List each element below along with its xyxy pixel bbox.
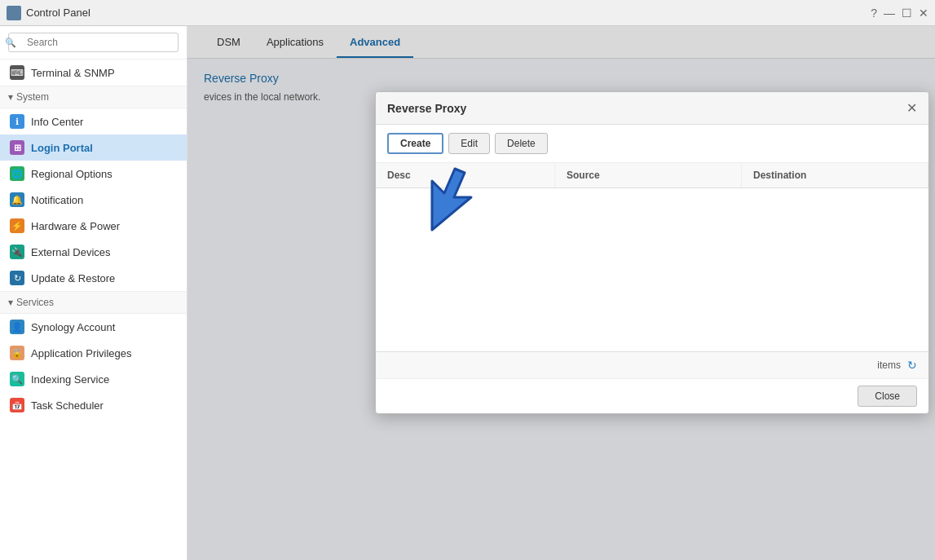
reverse-proxy-dialog: Reverse Proxy ✕ Create Edit Delete Desc … bbox=[375, 91, 929, 414]
sidebar-terminal-label: Terminal & SNMP bbox=[31, 67, 115, 79]
section-system-label: System bbox=[16, 91, 49, 103]
items-label: items bbox=[877, 359, 901, 371]
sidebar-item-hardware-power[interactable]: ⚡ Hardware & Power bbox=[0, 213, 187, 239]
application-privileges-icon: 🔒 bbox=[10, 346, 24, 360]
titlebar-left: Control Panel bbox=[7, 6, 90, 20]
collapse-icon: ▾ bbox=[8, 91, 13, 103]
sidebar-item-regional-options[interactable]: 🌐 Regional Options bbox=[0, 161, 187, 187]
dialog-footer: items ↻ bbox=[376, 351, 928, 378]
dialog-title: Reverse Proxy bbox=[387, 102, 466, 115]
terminal-icon: ⌨ bbox=[10, 65, 24, 80]
hardware-power-label: Hardware & Power bbox=[31, 220, 120, 232]
edit-button[interactable]: Edit bbox=[448, 133, 490, 154]
search-input[interactable] bbox=[8, 33, 179, 52]
external-devices-label: External Devices bbox=[31, 246, 111, 258]
col-header-description: Desc bbox=[376, 163, 555, 187]
update-restore-label: Update & Restore bbox=[31, 272, 115, 284]
dialog-actions: Close bbox=[376, 378, 928, 413]
dialog-toolbar: Create Edit Delete bbox=[376, 125, 928, 163]
col-header-source: Source bbox=[555, 163, 742, 187]
content-area: DSM Applications Advanced Reverse Proxy … bbox=[187, 26, 935, 560]
notification-icon: 🔔 bbox=[10, 192, 24, 207]
login-portal-icon: ⊞ bbox=[10, 140, 24, 155]
search-container bbox=[0, 26, 187, 60]
help-icon[interactable]: ? bbox=[871, 7, 877, 20]
sidebar-item-info-center[interactable]: ℹ Info Center bbox=[0, 108, 187, 134]
task-scheduler-label: Task Scheduler bbox=[31, 399, 104, 412]
info-center-label: Info Center bbox=[31, 116, 83, 128]
sidebar-item-application-privileges[interactable]: 🔒 Application Privileges bbox=[0, 340, 187, 366]
app-icon bbox=[7, 6, 21, 20]
sidebar-section-services[interactable]: ▾ Services bbox=[0, 291, 187, 314]
sidebar-section-system[interactable]: ▾ System bbox=[0, 86, 187, 108]
close-button[interactable]: Close bbox=[858, 386, 917, 407]
collapse-services-icon: ▾ bbox=[8, 297, 13, 308]
sidebar-item-external-devices[interactable]: 🔌 External Devices bbox=[0, 239, 187, 265]
hardware-power-icon: ⚡ bbox=[10, 218, 24, 233]
close-icon[interactable]: ✕ bbox=[919, 7, 928, 20]
create-button[interactable]: Create bbox=[387, 133, 443, 154]
titlebar: Control Panel ? — ☐ ✕ bbox=[0, 0, 935, 26]
login-portal-label: Login Portal bbox=[31, 142, 93, 154]
table-body bbox=[376, 188, 928, 351]
minimize-icon[interactable]: — bbox=[884, 7, 895, 20]
col-header-destination: Destination bbox=[742, 163, 928, 187]
maximize-icon[interactable]: ☐ bbox=[902, 7, 912, 20]
synology-account-label: Synology Account bbox=[31, 321, 115, 333]
regional-options-icon: 🌐 bbox=[10, 166, 24, 181]
info-center-icon: ℹ bbox=[10, 114, 24, 129]
synology-account-icon: 👤 bbox=[10, 320, 24, 334]
sidebar-item-update-restore[interactable]: ↻ Update & Restore bbox=[0, 265, 187, 291]
main-layout: ⌨ Terminal & SNMP ▾ System ℹ Info Center… bbox=[0, 26, 935, 560]
application-privileges-label: Application Privileges bbox=[31, 347, 132, 359]
sidebar: ⌨ Terminal & SNMP ▾ System ℹ Info Center… bbox=[0, 26, 187, 560]
dialog-header: Reverse Proxy ✕ bbox=[376, 92, 928, 125]
notification-label: Notification bbox=[31, 194, 83, 206]
update-restore-icon: ↻ bbox=[10, 271, 24, 285]
dialog-close-button[interactable]: ✕ bbox=[906, 100, 917, 116]
indexing-service-icon: 🔍 bbox=[10, 372, 24, 386]
sidebar-item-notification[interactable]: 🔔 Notification bbox=[0, 187, 187, 213]
sidebar-item-terminal[interactable]: ⌨ Terminal & SNMP bbox=[0, 60, 187, 86]
titlebar-controls[interactable]: ? — ☐ ✕ bbox=[871, 7, 928, 20]
regional-options-label: Regional Options bbox=[31, 168, 112, 180]
section-services-label: Services bbox=[16, 297, 54, 308]
sidebar-item-indexing-service[interactable]: 🔍 Indexing Service bbox=[0, 366, 187, 392]
indexing-service-label: Indexing Service bbox=[31, 373, 109, 386]
refresh-button[interactable]: ↻ bbox=[907, 359, 917, 372]
sidebar-item-login-portal[interactable]: ⊞ Login Portal bbox=[0, 134, 187, 161]
task-scheduler-icon: 📅 bbox=[10, 398, 24, 412]
delete-button[interactable]: Delete bbox=[495, 133, 548, 154]
external-devices-icon: 🔌 bbox=[10, 245, 24, 259]
sidebar-item-synology-account[interactable]: 👤 Synology Account bbox=[0, 314, 187, 340]
table-header: Desc Source Destination bbox=[376, 163, 928, 188]
titlebar-title: Control Panel bbox=[26, 7, 90, 19]
sidebar-item-task-scheduler[interactable]: 📅 Task Scheduler bbox=[0, 392, 187, 418]
